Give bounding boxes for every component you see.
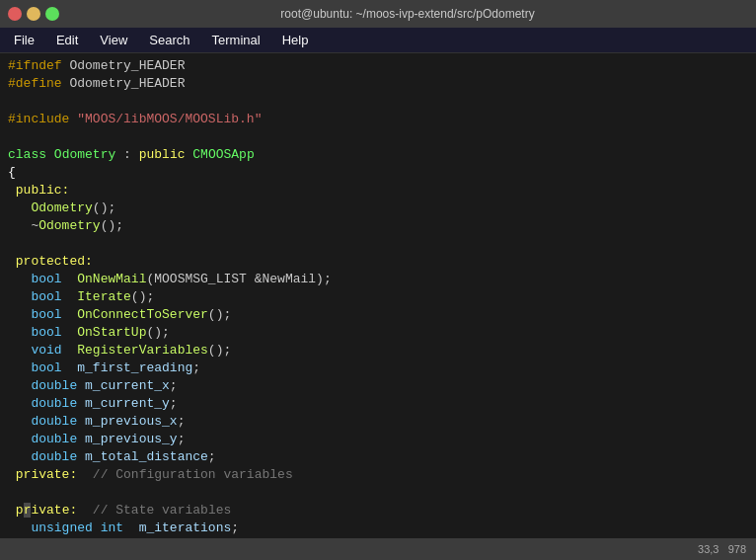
code-line xyxy=(0,484,756,502)
code-line: bool OnStartUp(); xyxy=(0,324,756,342)
menu-help[interactable]: Help xyxy=(272,30,319,50)
code-line: double m_previous_x; xyxy=(0,413,756,431)
code-line xyxy=(0,93,756,111)
code-line: public: xyxy=(0,182,756,200)
menu-view[interactable]: View xyxy=(90,30,137,50)
cursor-position: 33,3 xyxy=(698,543,718,555)
window-buttons xyxy=(8,7,59,21)
menu-search[interactable]: Search xyxy=(139,30,199,50)
code-line: double m_current_x; xyxy=(0,377,756,395)
menu-terminal[interactable]: Terminal xyxy=(202,30,270,50)
code-line: { xyxy=(0,164,756,182)
statusbar: 33,3 978 xyxy=(0,538,756,560)
titlebar: root@ubuntu: ~/moos-ivp-extend/src/pOdom… xyxy=(0,0,756,28)
menubar: File Edit View Search Terminal Help xyxy=(0,28,756,53)
maximize-button[interactable] xyxy=(45,7,59,21)
code-line: bool m_first_reading; xyxy=(0,360,756,377)
code-line: #ifndef Odometry_HEADER xyxy=(0,57,756,75)
status-extra: 978 xyxy=(728,543,746,555)
window-title: root@ubuntu: ~/moos-ivp-extend/src/pOdom… xyxy=(67,7,748,21)
close-button[interactable] xyxy=(8,7,22,21)
code-line: private: // State variables xyxy=(0,502,756,520)
code-line: bool OnNewMail(MOOSMSG_LIST &NewMail); xyxy=(0,271,756,288)
code-line: #include "MOOS/libMOOS/MOOSLib.h" xyxy=(0,111,756,128)
menu-file[interactable]: File xyxy=(4,30,44,50)
code-line: bool Iterate(); xyxy=(0,288,756,306)
code-line: private: // Configuration variables xyxy=(0,466,756,484)
code-line: #define Odometry_HEADER xyxy=(0,75,756,93)
code-line: Odometry(); xyxy=(0,200,756,217)
code-editor[interactable]: #ifndef Odometry_HEADER #define Odometry… xyxy=(0,53,756,538)
code-line: class Odometry : public CMOOSApp xyxy=(0,146,756,164)
code-line xyxy=(0,128,756,146)
code-line: void RegisterVariables(); xyxy=(0,342,756,360)
minimize-button[interactable] xyxy=(27,7,40,21)
code-line: double m_previous_y; xyxy=(0,431,756,448)
code-line: protected: xyxy=(0,253,756,271)
code-line: unsigned int m_iterations; xyxy=(0,520,756,537)
code-line: double m_current_y; xyxy=(0,395,756,413)
code-line: ~Odometry(); xyxy=(0,217,756,235)
menu-edit[interactable]: Edit xyxy=(46,30,88,50)
code-line: double m_total_distance; xyxy=(0,448,756,466)
code-line: bool OnConnectToServer(); xyxy=(0,306,756,324)
code-line xyxy=(0,235,756,253)
